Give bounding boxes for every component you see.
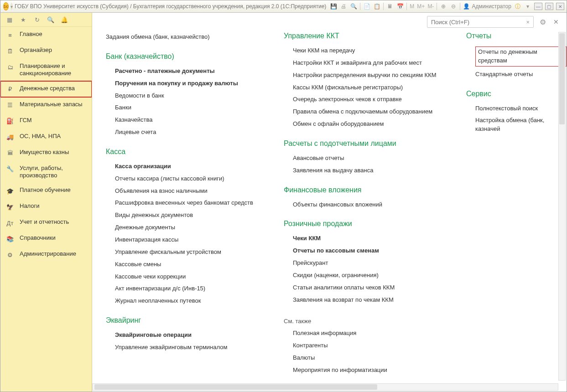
menu-link[interactable]: Управление фискальным устройством <box>106 246 265 258</box>
print-icon[interactable]: 🖨 <box>340 3 347 10</box>
menu-link[interactable]: Кассы ККМ (фискальные регистраторы) <box>284 82 448 94</box>
sidebar-item-8[interactable]: 🔧Услуги, работы, производство <box>0 161 92 183</box>
sidebar-item-2[interactable]: 🗂Планирование и санкционирование <box>0 59 92 81</box>
menu-link[interactable]: Ведомости в банк <box>106 90 265 102</box>
menu-link[interactable]: Банки <box>106 102 265 114</box>
memory-m-minus[interactable]: M- <box>427 3 434 10</box>
dropdown-icon[interactable]: ▾ <box>524 3 531 10</box>
menu-link[interactable]: Виды денежных документов <box>106 209 265 222</box>
menu-link[interactable]: Отчеты кассира (листы кассовой книги) <box>106 173 265 185</box>
sidebar-item-0[interactable]: ≡Главное <box>0 27 92 43</box>
info-icon[interactable]: ⓘ <box>514 3 521 10</box>
sidebar-item-label: Материальные запасы <box>20 101 83 108</box>
sidebar-item-icon: ⛽ <box>6 117 14 125</box>
history-icon[interactable]: ↻ <box>33 16 41 23</box>
close-panel-icon[interactable]: ✕ <box>552 18 560 26</box>
memory-m[interactable]: M <box>410 3 414 10</box>
search-input[interactable] <box>430 18 525 26</box>
menu-link[interactable]: Стандартные отчеты <box>466 68 567 81</box>
menu-link[interactable]: Акт инвентаризации д/с (Инв-15) <box>106 283 265 295</box>
apps-icon[interactable]: ▦ <box>6 16 13 23</box>
menu-link[interactable]: Отчеты по кассовым сменам <box>284 245 448 257</box>
menu-link[interactable]: Полезная информация <box>284 327 448 340</box>
zoom-out-icon[interactable]: ⊖ <box>450 3 457 10</box>
menu-link[interactable]: Чеки ККМ <box>284 232 448 245</box>
menu-link[interactable]: Расшифровка внесенных через банкомат сре… <box>106 197 265 209</box>
menu-link[interactable]: Кассовые смены <box>106 258 265 271</box>
menu-link[interactable]: Контрагенты <box>284 340 448 352</box>
clear-icon[interactable]: × <box>525 19 531 26</box>
menu-link[interactable]: Денежные документы <box>106 222 265 234</box>
bell-icon[interactable]: 🔔 <box>61 16 68 23</box>
search-icon[interactable]: 🔍 <box>47 16 54 23</box>
group-title: Эквайринг <box>106 316 265 325</box>
menu-link[interactable]: Касса организации <box>106 160 265 173</box>
menu-link[interactable]: Настройка обмена (банк, казначей <box>466 114 567 135</box>
sidebar-item-icon: 🦅 <box>6 203 14 211</box>
menu-link[interactable]: Лицевые счета <box>106 126 265 139</box>
preview-icon[interactable]: 🔍 <box>350 3 357 10</box>
sidebar-item-icon: 🗓 <box>6 47 14 55</box>
menu-link[interactable]: Авансовые отчеты <box>284 152 448 165</box>
menu-link[interactable]: Мероприятия по информатизации <box>284 364 448 377</box>
menu-link[interactable]: Статьи аналитики оплаты чеков ККМ <box>284 282 448 294</box>
menu-link[interactable]: Полнотекстовый поиск <box>466 103 567 115</box>
horizontal-scrollbar[interactable] <box>92 383 558 391</box>
menu-link[interactable]: Расчетно - платежные документы <box>106 65 265 77</box>
sidebar-item-5[interactable]: ⛽ГСМ <box>0 113 92 129</box>
menu-link[interactable]: Объявления на взнос наличными <box>106 185 265 197</box>
sidebar-item-3[interactable]: ₽Денежные средства <box>0 81 92 97</box>
menu-link[interactable]: Настройки распределения выручки по секци… <box>284 69 448 82</box>
sidebar-item-9[interactable]: 🎓Платное обучение <box>0 183 92 199</box>
dropdown-icon[interactable]: ▾ <box>10 3 13 10</box>
menu-link[interactable]: Правила обмена с подключаемым оборудован… <box>284 106 448 118</box>
menu-link[interactable]: Кассовые чеки коррекции <box>106 271 265 283</box>
menu-link[interactable]: Эквайринговые операции <box>106 329 265 341</box>
user-menu[interactable]: 👤 Администратор <box>463 3 511 10</box>
minimize-button[interactable]: — <box>534 3 542 10</box>
menu-link[interactable]: Отчеты по денежным средствам <box>466 45 567 68</box>
search-box[interactable]: × <box>427 16 534 28</box>
group-title: Отчеты <box>466 32 567 40</box>
sidebar-item-label: ГСМ <box>20 117 32 124</box>
menu-link[interactable]: Чеки ККМ на передачу <box>284 45 448 57</box>
memory-m-plus[interactable]: M+ <box>417 3 425 10</box>
scrollbar-thumb[interactable] <box>559 33 565 124</box>
menu-link[interactable]: Журнал неоплаченных путевок <box>106 295 265 307</box>
sidebar-item-10[interactable]: 🦅Налоги <box>0 199 92 215</box>
menu-link[interactable]: Валюты <box>284 352 448 364</box>
menu-link[interactable]: Обмен с офлайн оборудованием <box>284 118 448 130</box>
sidebar-item-icon: 🎓 <box>6 187 14 195</box>
zoom-in-icon[interactable]: ⊕ <box>440 3 447 10</box>
scrollbar-thumb[interactable] <box>94 384 377 390</box>
sidebar-item-12[interactable]: 📚Справочники <box>0 231 92 247</box>
menu-link[interactable]: Инвентаризация кассы <box>106 234 265 246</box>
copy-icon[interactable]: 📄 <box>363 3 370 10</box>
menu-link[interactable]: Заявления на выдачу аванса <box>284 165 448 177</box>
paste-icon[interactable]: 📋 <box>373 3 380 10</box>
sidebar-item-4[interactable]: ☰Материальные запасы <box>0 97 92 113</box>
vertical-scrollbar[interactable] <box>558 32 566 381</box>
sidebar-item-7[interactable]: 🏛Имущество казны <box>0 145 92 161</box>
sidebar-item-13[interactable]: ⚙Администрирование <box>0 247 92 263</box>
menu-link[interactable]: Объекты финансовых вложений <box>284 199 448 211</box>
sidebar-item-6[interactable]: 🚚ОС, НМА, НПА <box>0 129 92 145</box>
sidebar-item-11[interactable]: ДтУчет и отчетность <box>0 215 92 231</box>
menu-link[interactable]: Задания обмена (банк, казначейство) <box>106 31 265 43</box>
sidebar-item-1[interactable]: 🗓Органайзер <box>0 43 92 59</box>
menu-link[interactable]: Управление эквайринговым терминалом <box>106 341 265 354</box>
close-button[interactable]: ✕ <box>556 3 564 10</box>
menu-link[interactable]: Скидки (наценки, ограничения) <box>284 269 448 282</box>
star-icon[interactable]: ★ <box>20 16 27 23</box>
menu-link[interactable]: Заявления на возврат по чекам ККМ <box>284 294 448 306</box>
menu-link[interactable]: Поручения на покупку и продажу валюты <box>106 77 265 90</box>
calendar-icon[interactable]: 📅 <box>396 3 404 10</box>
menu-link[interactable]: Прейскурант <box>284 257 448 269</box>
maximize-button[interactable]: ▢ <box>545 3 553 10</box>
menu-link[interactable]: Очередь электронных чеков к отправке <box>284 93 448 106</box>
save-icon[interactable]: 💾 <box>330 3 337 10</box>
menu-link[interactable]: Казначейства <box>106 114 265 126</box>
menu-link[interactable]: Настройки ККТ и эквайринга для рабочих м… <box>284 57 448 69</box>
calc-icon[interactable]: 🖩 <box>386 3 394 10</box>
gear-icon[interactable]: ⚙ <box>538 17 547 26</box>
